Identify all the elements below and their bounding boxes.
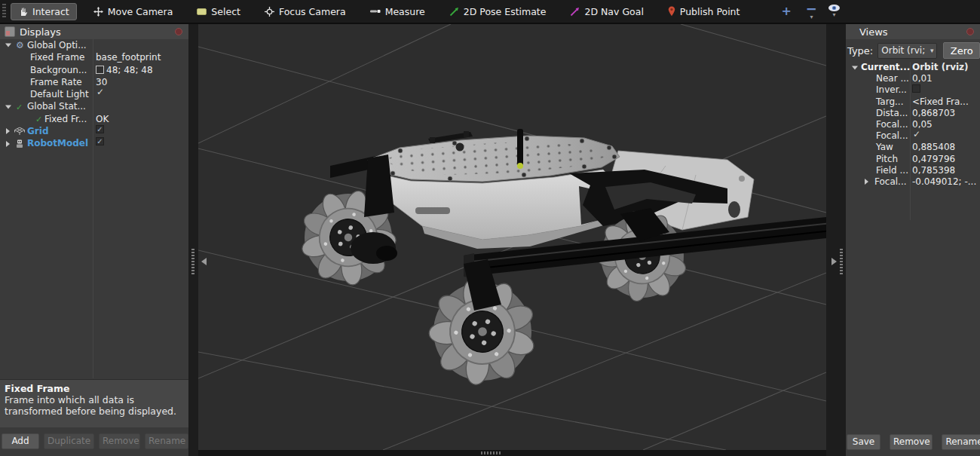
- close-icon[interactable]: [966, 28, 974, 35]
- display-row-robotmodel[interactable]: RobotModel ✓: [0, 137, 188, 149]
- row-value[interactable]: 0,479796: [912, 154, 955, 165]
- row-label: RobotModel: [27, 137, 88, 149]
- display-row-fixed-frame[interactable]: Fixed Frame base_footprint: [0, 51, 188, 63]
- toolbar-drag-handle[interactable]: [2, 4, 6, 19]
- type-label: Type:: [847, 45, 873, 57]
- row-value[interactable]: -0.049012; -...: [912, 176, 976, 188]
- row-value[interactable]: 0,868703: [912, 108, 955, 119]
- view-row-current[interactable]: Current... Orbit (rviz): [846, 62, 980, 73]
- right-panel-splitter[interactable]: [826, 24, 846, 456]
- remove-button[interactable]: Remove: [99, 433, 140, 449]
- row-value[interactable]: ✓: [96, 88, 104, 96]
- view-row-pitch[interactable]: Pitch 0,479796: [846, 154, 980, 165]
- chevron-down-icon: ▾: [930, 47, 934, 54]
- row-value[interactable]: 0,01: [912, 73, 933, 84]
- row-label: Focal...: [876, 119, 908, 130]
- view-row-yaw[interactable]: Yaw 0,885408: [846, 142, 980, 153]
- display-row-default-light[interactable]: Default Light ✓: [0, 88, 188, 100]
- tool-visibility-button[interactable]: ▾: [828, 4, 841, 17]
- row-value[interactable]: base_footprint: [96, 51, 161, 63]
- rename-button[interactable]: Rename: [145, 433, 188, 449]
- checkbox-checked-icon[interactable]: ✓: [96, 125, 104, 133]
- 3d-scene: [198, 24, 826, 450]
- zero-button[interactable]: Zero: [943, 42, 980, 59]
- expander-icon[interactable]: [865, 179, 868, 185]
- displays-panel-titlebar[interactable]: Displays: [0, 24, 188, 39]
- checkbox-unchecked-icon[interactable]: [912, 84, 920, 93]
- display-row-background[interactable]: Backgroun... 48; 48; 48: [0, 64, 188, 76]
- collapse-left-panel-icon[interactable]: [201, 258, 207, 265]
- remove-view-button[interactable]: Remove: [890, 434, 933, 450]
- view-type-value: Orbit (rvi;: [881, 45, 925, 56]
- add-tool-button[interactable]: +: [777, 4, 795, 19]
- row-value: Orbit (rviz): [912, 62, 969, 73]
- tool-move-camera[interactable]: Move Camera: [86, 3, 181, 20]
- row-label: Dista...: [876, 108, 908, 119]
- tool-publish-point[interactable]: Publish Point: [660, 3, 748, 20]
- splitter-grip[interactable]: [191, 249, 194, 276]
- row-value[interactable]: ✓: [96, 137, 104, 145]
- tool-select[interactable]: Select: [189, 3, 248, 20]
- expander-icon[interactable]: [5, 105, 11, 109]
- display-row-grid[interactable]: Grid ✓: [0, 125, 188, 137]
- tool-label: Measure: [385, 6, 425, 17]
- expander-icon[interactable]: [5, 44, 11, 47]
- display-row-global-options[interactable]: ⚙ Global Opti...: [0, 39, 188, 51]
- expander-icon[interactable]: [6, 141, 10, 147]
- save-view-button[interactable]: Save: [847, 434, 880, 450]
- display-row-fixed-frame-status[interactable]: ✓ Fixed Fr... OK: [0, 113, 188, 125]
- tool-label: Publish Point: [680, 6, 740, 17]
- view-type-dropdown[interactable]: Orbit (rvi; ▾: [877, 43, 937, 59]
- row-value: OK: [96, 113, 109, 125]
- views-tree: Current... Orbit (rviz) Near ... 0,01 In…: [846, 62, 980, 220]
- hand-icon: [18, 7, 28, 17]
- expander-icon[interactable]: [852, 66, 858, 69]
- tool-2d-nav-goal[interactable]: 2D Nav Goal: [562, 3, 651, 20]
- move-icon: [93, 7, 103, 17]
- row-value[interactable]: ✓: [96, 125, 104, 133]
- view-row-focal-point[interactable]: Focal... -0.049012; -...: [846, 176, 980, 188]
- duplicate-button[interactable]: Duplicate: [44, 433, 94, 449]
- checkbox-checked-icon[interactable]: ✓: [96, 88, 104, 96]
- row-label: Near ...: [876, 73, 909, 84]
- view-row-focal-shape-fixed[interactable]: Focal... ✓: [846, 130, 980, 142]
- remove-tool-button[interactable]: − ▾: [806, 4, 817, 20]
- tool-interact[interactable]: Interact: [11, 3, 77, 20]
- expander-icon[interactable]: [6, 128, 10, 134]
- row-value[interactable]: <Fixed Fra...: [912, 96, 969, 108]
- 3d-viewport[interactable]: [198, 24, 826, 450]
- splitter-grip[interactable]: [481, 451, 501, 454]
- tool-label: Focus Camera: [279, 6, 346, 17]
- views-panel-titlebar[interactable]: Views: [846, 24, 980, 39]
- left-panel-splitter[interactable]: [188, 24, 198, 456]
- view-row-distance[interactable]: Dista... 0,868703: [846, 108, 980, 119]
- add-button[interactable]: Add: [2, 433, 39, 449]
- views-panel: Views Type: Orbit (rvi; ▾ Zero Current..…: [846, 24, 980, 456]
- tool-focus-camera[interactable]: Focus Camera: [257, 3, 354, 20]
- collapse-right-panel-icon[interactable]: [831, 258, 837, 265]
- tool-measure[interactable]: Measure: [363, 3, 433, 20]
- rename-view-button[interactable]: Rename: [942, 434, 980, 450]
- view-row-target-frame[interactable]: Targ... <Fixed Fra...: [846, 96, 980, 108]
- splitter-grip[interactable]: [840, 249, 843, 276]
- color-swatch[interactable]: [96, 66, 104, 74]
- display-row-frame-rate[interactable]: Frame Rate 30: [0, 76, 188, 88]
- tool-2d-pose-estimate[interactable]: 2D Pose Estimate: [442, 3, 554, 20]
- bottom-panel-splitter[interactable]: [198, 450, 826, 456]
- close-icon[interactable]: [175, 28, 182, 35]
- checkbox-checked-icon[interactable]: ✓: [912, 130, 920, 139]
- plus-icon: +: [781, 5, 791, 18]
- display-row-global-status[interactable]: ✓ Global Stat...: [0, 100, 188, 112]
- row-value[interactable]: [912, 84, 920, 93]
- panel-title: Displays: [20, 26, 61, 38]
- view-type-row: Type: Orbit (rvi; ▾ Zero: [846, 41, 980, 60]
- checkbox-checked-icon[interactable]: ✓: [96, 137, 104, 145]
- gear-icon: ⚙: [16, 41, 24, 50]
- view-row-invert-z[interactable]: Inver...: [846, 84, 980, 96]
- row-value[interactable]: ✓: [912, 130, 920, 139]
- row-value[interactable]: 0,785398: [912, 165, 955, 176]
- row-value[interactable]: 48; 48; 48: [96, 64, 153, 76]
- view-row-near-clip[interactable]: Near ... 0,01: [846, 73, 980, 84]
- view-row-field-of-view[interactable]: Field ... 0,785398: [846, 165, 980, 176]
- row-value[interactable]: 0,885408: [912, 142, 955, 153]
